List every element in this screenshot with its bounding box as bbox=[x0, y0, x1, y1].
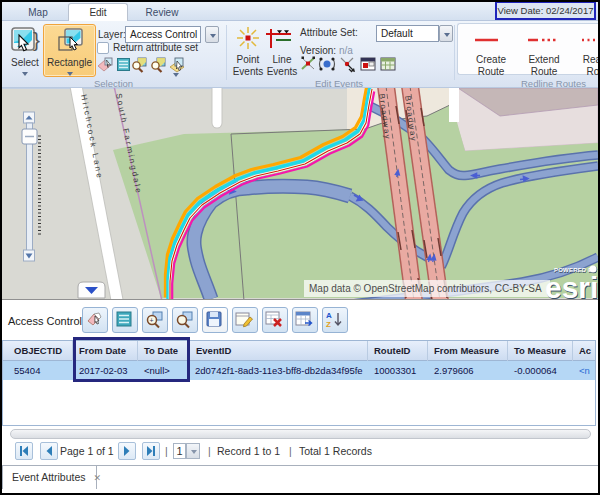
svg-text:+: + bbox=[150, 317, 154, 324]
svg-text:Map data © OpenStreetMap contr: Map data © OpenStreetMap contributors, C… bbox=[309, 283, 542, 294]
svg-text:esri: esri bbox=[545, 271, 598, 299]
svg-text:A: A bbox=[326, 311, 332, 320]
svg-text:Z: Z bbox=[326, 320, 331, 329]
svg-text:}: } bbox=[33, 28, 40, 51]
